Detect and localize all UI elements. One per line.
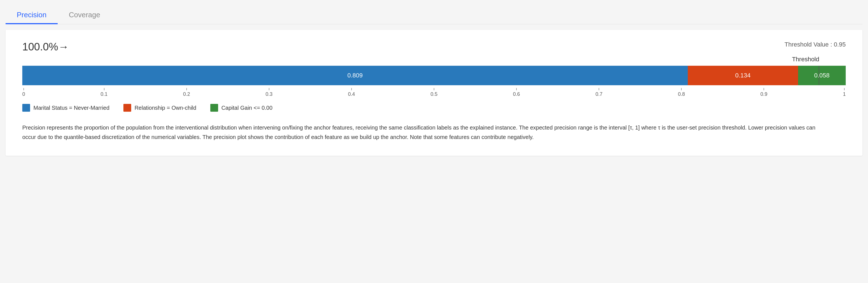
bar-segment-blue: 0.809 <box>22 66 688 85</box>
legend-item-orange: Relationship = Own-child <box>123 104 196 112</box>
axis-label-3: 0.3 <box>266 91 273 97</box>
legend-swatch-green <box>210 104 218 112</box>
axis-tick-line <box>269 88 269 90</box>
axis-tick-7: 0.7 <box>595 88 602 97</box>
axis-tick-line <box>599 88 599 90</box>
legend-label-orange: Relationship = Own-child <box>134 105 196 111</box>
axis-tick-6: 0.6 <box>513 88 520 97</box>
legend-item-green: Capital Gain <= 0.00 <box>210 104 273 112</box>
threshold-label-row: Threshold <box>22 56 846 66</box>
axis-label-9: 0.9 <box>761 91 768 97</box>
main-card: 100.0%→ Threshold Value : 0.95 Threshold… <box>6 30 862 156</box>
axis-label-10: 1 <box>843 91 846 97</box>
card-header-row: 100.0%→ Threshold Value : 0.95 <box>22 41 846 53</box>
legend-swatch-orange <box>123 104 131 112</box>
axis-label-7: 0.7 <box>595 91 602 97</box>
bar-segment-green: 0.058 <box>798 66 846 85</box>
axis-tick-4: 0.4 <box>348 88 355 97</box>
axis-tick-2: 0.2 <box>183 88 190 97</box>
tab-precision[interactable]: Precision <box>6 6 58 24</box>
threshold-value-label: Threshold Value : 0.95 <box>784 41 846 48</box>
tabs-row: Precision Coverage <box>6 6 862 24</box>
axis-label-8: 0.8 <box>678 91 685 97</box>
threshold-line-label: Threshold <box>792 56 819 63</box>
axis-tick-line <box>516 88 517 90</box>
axis-row: 0 0.1 0.2 0.3 0.4 <box>22 88 846 97</box>
page-container: Precision Coverage 100.0%→ Threshold Val… <box>0 0 868 283</box>
bar-row: 0.809 0.134 0.058 <box>22 66 846 85</box>
description-text: Precision represents the proportion of t… <box>22 123 830 142</box>
axis-tick-line <box>434 88 434 90</box>
axis-tick-3: 0.3 <box>266 88 273 97</box>
axis-label-5: 0.5 <box>430 91 437 97</box>
bar-label-orange: 0.134 <box>735 72 750 79</box>
axis-tick-line <box>351 88 352 90</box>
precision-value: 100.0%→ <box>22 41 69 53</box>
axis-tick-9: 0.9 <box>761 88 768 97</box>
axis-tick-10: 1 <box>843 88 846 97</box>
axis-tick-line <box>186 88 187 90</box>
axis-tick-0: 0 <box>22 88 25 97</box>
axis-label-4: 0.4 <box>348 91 355 97</box>
legend-swatch-blue <box>22 104 30 112</box>
bar-label-blue: 0.809 <box>347 72 363 79</box>
axis-tick-line <box>23 88 24 90</box>
legend-label-green: Capital Gain <= 0.00 <box>221 105 273 111</box>
axis-label-6: 0.6 <box>513 91 520 97</box>
axis-label-1: 0.1 <box>100 91 107 97</box>
axis-tick-line <box>844 88 845 90</box>
legend-row: Marital Status = Never-Married Relations… <box>22 104 846 112</box>
tab-coverage[interactable]: Coverage <box>58 6 112 24</box>
axis-tick-5: 0.5 <box>430 88 437 97</box>
bar-chart-container: Threshold 0.809 0.134 0.058 <box>22 56 846 97</box>
bar-label-green: 0.058 <box>814 72 830 79</box>
axis-label-2: 0.2 <box>183 91 190 97</box>
bar-segment-orange: 0.134 <box>688 66 798 85</box>
axis-label-0: 0 <box>22 91 25 97</box>
axis-tick-1: 0.1 <box>100 88 107 97</box>
legend-item-blue: Marital Status = Never-Married <box>22 104 110 112</box>
axis-tick-line <box>764 88 764 90</box>
threshold-line <box>819 66 819 85</box>
legend-label-blue: Marital Status = Never-Married <box>33 105 110 111</box>
axis-tick-8: 0.8 <box>678 88 685 97</box>
axis-tick-line <box>104 88 104 90</box>
axis-tick-line <box>681 88 682 90</box>
